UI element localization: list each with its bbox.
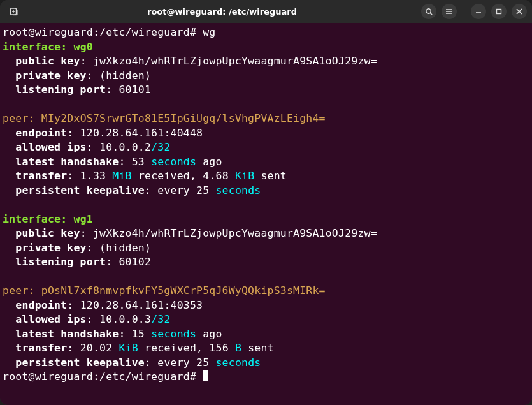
titlebar: root@wireguard: /etc/wireguard [0, 0, 532, 23]
keepalive-pre: every [157, 184, 190, 196]
keepalive-label: persistent keepalive [15, 184, 145, 196]
transfer-tx-word: sent [248, 342, 274, 354]
terminal-window: root@wireguard: /etc/wireguard [0, 0, 532, 405]
private-key-label: private key [15, 70, 86, 82]
close-button[interactable] [512, 4, 527, 19]
handshake-num: 53 [132, 156, 145, 168]
search-icon [425, 8, 433, 16]
allowed-ips-ip: 10.0.0.2 [99, 141, 151, 153]
terminal-output[interactable]: root@wireguard:/etc/wireguard# wg interf… [0, 23, 532, 405]
transfer-tx-num: 4.68 [203, 170, 229, 182]
transfer-rx-word: received, [138, 170, 196, 182]
keepalive-num: 25 [196, 184, 209, 196]
endpoint-label: endpoint [15, 127, 67, 139]
keepalive-label: persistent keepalive [15, 357, 145, 369]
transfer-rx-word: received, [145, 342, 203, 354]
peer-heading: peer [3, 284, 29, 297]
prompt-path: /etc/wireguard [99, 26, 190, 38]
minimize-button[interactable] [471, 4, 486, 19]
transfer-rx-unit: KiB [119, 342, 138, 354]
endpoint-value: 120.28.64.161:40353 [80, 299, 203, 311]
listening-port-label: listening port [15, 84, 106, 96]
endpoint-value: 120.28.64.161:40448 [80, 127, 203, 139]
prompt-user-host: root@wireguard [3, 371, 93, 383]
transfer-rx-unit: MiB [112, 170, 131, 182]
svg-rect-2 [497, 10, 501, 14]
close-icon [516, 8, 522, 15]
prompt-user-host: root@wireguard [3, 26, 93, 38]
private-key-label: private key [15, 242, 86, 254]
peer-key: MIy2DxOS7SrwrGTo81E5IpGiUgq/lsVhgPVAzLEi… [41, 112, 326, 124]
interface-heading: interface [3, 213, 61, 225]
peer-key: pOsNl7xf8nmvpfkvFY5gWXCrP5qJ6WyQQkipS3sM… [41, 284, 326, 297]
handshake-unit: seconds [151, 328, 196, 340]
svg-point-1 [426, 8, 430, 13]
keepalive-num: 25 [196, 357, 209, 369]
minimize-icon [475, 8, 482, 15]
transfer-tx-unit: B [235, 342, 241, 354]
transfer-label: transfer [15, 170, 67, 182]
transfer-rx-num: 20.02 [80, 342, 113, 354]
hamburger-icon [445, 8, 453, 15]
menu-button[interactable] [442, 4, 457, 19]
keepalive-unit: seconds [215, 357, 261, 369]
maximize-icon [496, 8, 502, 15]
listening-port-value: 60102 [119, 256, 151, 268]
handshake-unit: seconds [151, 156, 196, 168]
maximize-button[interactable] [491, 4, 507, 19]
prompt-path: /etc/wireguard [99, 371, 190, 383]
transfer-tx-word: sent [261, 170, 287, 182]
listening-port-value: 60101 [119, 84, 151, 96]
transfer-rx-num: 1.33 [80, 170, 106, 182]
search-button[interactable] [421, 4, 436, 19]
public-key-label: public key [15, 55, 80, 67]
transfer-tx-num: 156 [209, 342, 228, 354]
command-text: wg [203, 26, 215, 38]
handshake-suffix: ago [203, 328, 222, 340]
interface-name: wg0 [74, 41, 93, 53]
interface-name: wg1 [74, 213, 93, 225]
window-title: root@wireguard: /etc/wireguard [23, 7, 421, 17]
endpoint-label: endpoint [15, 299, 67, 311]
allowed-ips-mask: /32 [151, 141, 170, 153]
public-key-value: jwXkzo4h/whRTrLZjowpUpcYwaagmurA9SA1oOJ2… [93, 227, 377, 239]
allowed-ips-label: allowed ips [15, 313, 86, 325]
handshake-suffix: ago [203, 156, 222, 168]
interface-heading: interface [3, 41, 61, 53]
handshake-label: latest handshake [15, 328, 119, 340]
private-key-value: (hidden) [99, 242, 151, 254]
public-key-label: public key [15, 227, 80, 239]
new-tab-icon [9, 6, 19, 17]
transfer-tx-unit: KiB [235, 170, 254, 182]
public-key-value: jwXkzo4h/whRTrLZjowpUpcYwaagmurA9SA1oOJ2… [93, 55, 377, 67]
keepalive-unit: seconds [215, 184, 261, 196]
allowed-ips-label: allowed ips [15, 141, 86, 153]
terminal-cursor [203, 370, 208, 381]
allowed-ips-mask: /32 [151, 313, 170, 325]
peer-heading: peer [3, 112, 29, 124]
handshake-num: 15 [132, 328, 145, 340]
new-tab-button[interactable] [5, 3, 23, 20]
transfer-label: transfer [15, 342, 67, 354]
allowed-ips-ip: 10.0.0.3 [99, 313, 151, 325]
handshake-label: latest handshake [15, 156, 119, 168]
listening-port-label: listening port [15, 256, 106, 268]
keepalive-pre: every [157, 357, 190, 369]
private-key-value: (hidden) [99, 70, 151, 82]
